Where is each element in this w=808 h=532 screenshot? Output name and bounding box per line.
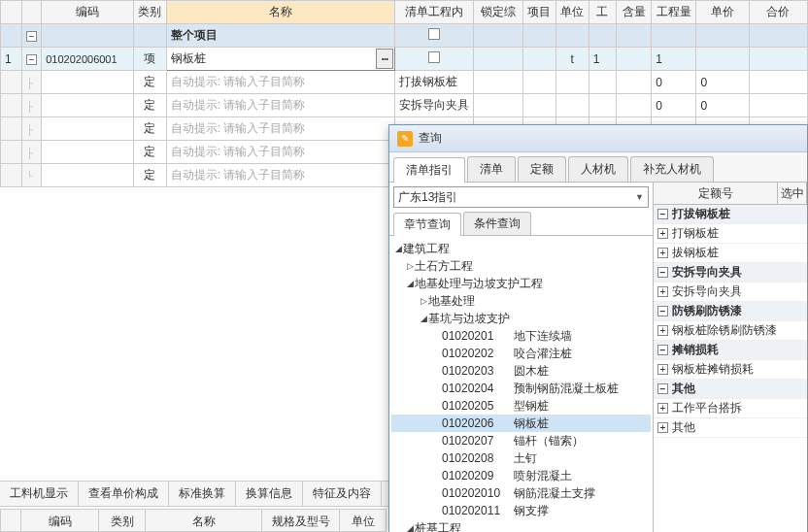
tab-rcj-extra[interactable]: 补充人材机 <box>630 156 714 182</box>
col-quota-no[interactable]: 定额号 <box>654 183 778 204</box>
item-row[interactable]: 1 − 010202006001 项 钢板桩··· t 1 1 <box>1 48 808 71</box>
category-item[interactable]: +拔钢板桩 <box>654 244 807 263</box>
dialog-tabs: 清单指引 清单 定额 人材机 补充人材机 <box>389 152 807 183</box>
category-item[interactable]: +其他 <box>654 418 807 438</box>
category-item[interactable]: +工作平台搭拆 <box>654 399 807 418</box>
col-name[interactable]: 名称 <box>166 1 394 24</box>
minus-icon[interactable]: − <box>657 345 668 355</box>
tree-label: 土石方工程 <box>415 258 473 275</box>
tree-node[interactable]: 01020202咬合灌注桩 <box>391 345 651 362</box>
tree-code: 01020204 <box>442 382 514 395</box>
tree-node[interactable]: 01020204预制钢筋混凝土板桩 <box>391 380 651 397</box>
tab-rcj[interactable]: 人材机 <box>568 156 628 182</box>
collapse-icon[interactable]: − <box>26 54 37 65</box>
tab-list-guide[interactable]: 清单指引 <box>393 157 465 183</box>
collapse-icon[interactable]: − <box>26 31 37 42</box>
category-item[interactable]: +打钢板桩 <box>654 224 807 244</box>
tree-label: 喷射混凝土 <box>514 468 572 484</box>
category-header[interactable]: −安拆导向夹具 <box>654 263 807 283</box>
guide-combo[interactable]: 广东13指引 ▼ <box>393 186 649 208</box>
category-header[interactable]: −防锈刷防锈漆 <box>654 302 807 321</box>
tree-label: 基坑与边坡支护 <box>428 311 510 327</box>
sub-row[interactable]: ├ 定 自动提示: 请输入子目简称 打拔钢板桩 0 0 <box>1 71 808 94</box>
tree-code: 01020208 <box>442 451 514 465</box>
minus-icon[interactable]: − <box>657 209 668 219</box>
tree-code: 01020206 <box>442 416 514 430</box>
dialog-title: 查询 <box>419 130 442 147</box>
dialog-titlebar[interactable]: ✎ 查询 <box>389 125 807 152</box>
tree-label: 地基处理 <box>428 293 475 310</box>
minus-icon[interactable]: − <box>657 306 668 316</box>
col-code[interactable]: 编码 <box>42 1 133 24</box>
checkbox[interactable] <box>428 28 440 40</box>
tab-feature[interactable]: 特征及内容 <box>303 482 382 506</box>
triangle-icon: ◢ <box>405 523 415 532</box>
plus-icon[interactable]: + <box>657 248 668 258</box>
tree-node[interactable]: 010202011钢支撑 <box>391 502 651 519</box>
plus-icon[interactable]: + <box>657 364 668 375</box>
tree-label: 咬合灌注桩 <box>514 346 572 362</box>
tree-node[interactable]: 01020205型钢桩 <box>391 397 651 415</box>
triangle-icon: ◢ <box>419 314 428 323</box>
category-header[interactable]: −打拔钢板桩 <box>654 205 807 224</box>
plus-icon[interactable]: + <box>657 286 668 297</box>
tree-label: 地下连续墙 <box>514 328 572 345</box>
plus-icon[interactable]: + <box>657 228 668 239</box>
tree-node[interactable]: ◢地基处理与边坡支护工程 <box>391 275 651 292</box>
bottom-tabs: 工料机显示 查看单价构成 标准换算 换算信息 特征及内容 <box>0 481 388 507</box>
minus-icon[interactable]: − <box>657 267 668 278</box>
col-cat[interactable]: 类别 <box>133 1 166 24</box>
query-dialog: ✎ 查询 清单指引 清单 定额 人材机 补充人材机 广东13指引 ▼ 章节查询 … <box>388 124 808 532</box>
tree-node[interactable]: 01020206钢板桩 <box>391 415 651 432</box>
checkbox[interactable] <box>428 51 440 63</box>
tree-node[interactable]: 01020207锚杆（锚索） <box>391 432 651 449</box>
tab-material[interactable]: 工料机显示 <box>0 482 79 506</box>
tree-node[interactable]: ▷土石方工程 <box>391 257 651 275</box>
tree-node[interactable]: ◢基坑与边坡支护 <box>391 310 651 327</box>
chevron-down-icon: ▼ <box>635 192 644 202</box>
category-header[interactable]: −摊销损耗 <box>654 341 807 360</box>
tree-node[interactable]: 01020201地下连续墙 <box>391 327 651 345</box>
minus-icon[interactable]: − <box>657 383 668 394</box>
tree-node[interactable]: ◢建筑工程 <box>391 240 651 257</box>
tree-code: 01020202 <box>442 347 514 360</box>
tab-quota[interactable]: 定额 <box>518 156 566 182</box>
tree-node[interactable]: 01020203圆木桩 <box>391 362 651 380</box>
right-pane: 定额号 选中 −打拔钢板桩+打钢板桩+拔钢板桩−安拆导向夹具+安拆导向夹具−防锈… <box>654 183 807 532</box>
category-item[interactable]: +钢板桩摊销损耗 <box>654 360 807 380</box>
tab-chapter[interactable]: 章节查询 <box>393 213 461 236</box>
col-select[interactable]: 选中 <box>778 183 807 204</box>
tree-node[interactable]: 01020209喷射混凝土 <box>391 467 651 484</box>
tree-label: 钢筋混凝土支撑 <box>514 485 595 502</box>
tree-label: 圆木桩 <box>514 363 549 380</box>
tree-code: 01020203 <box>442 364 514 378</box>
tree-node[interactable]: 010202010钢筋混凝土支撑 <box>391 484 651 502</box>
triangle-icon: ▷ <box>419 296 428 306</box>
tab-list[interactable]: 清单 <box>467 156 516 182</box>
tree-code: 010202010 <box>442 486 514 500</box>
tree-node[interactable]: ▷地基处理 <box>391 292 651 310</box>
category-item[interactable]: +安拆导向夹具 <box>654 283 807 302</box>
plus-icon[interactable]: + <box>657 403 668 414</box>
project-row[interactable]: − 整个项目 <box>1 24 808 48</box>
category-item[interactable]: +钢板桩除锈刷防锈漆 <box>654 321 807 341</box>
plus-icon[interactable]: + <box>657 325 668 336</box>
ellipsis-button[interactable]: ··· <box>376 49 393 69</box>
tab-price[interactable]: 查看单价构成 <box>79 482 169 506</box>
triangle-icon: ▷ <box>405 261 415 271</box>
tree-node[interactable]: 01020208土钉 <box>391 449 651 467</box>
tree-label: 锚杆（锚索） <box>514 433 584 449</box>
sub-row[interactable]: ├ 定 自动提示: 请输入子目简称 安拆导向夹具 0 0 <box>1 94 808 117</box>
tree-label: 预制钢筋混凝土板桩 <box>514 381 619 397</box>
tab-convert[interactable]: 标准换算 <box>169 482 236 506</box>
tree-label: 型钢桩 <box>514 398 549 415</box>
tree-node[interactable]: ◢桩基工程 <box>391 519 651 532</box>
category-header[interactable]: −其他 <box>654 380 807 399</box>
tab-convert-info[interactable]: 换算信息 <box>236 482 303 506</box>
triangle-icon: ◢ <box>393 244 403 253</box>
tree-code: 010202011 <box>442 504 514 517</box>
tab-condition[interactable]: 条件查询 <box>463 212 531 235</box>
chapter-tree: ◢建筑工程▷土石方工程◢地基处理与边坡支护工程▷地基处理◢基坑与边坡支护0102… <box>389 236 653 532</box>
plus-icon[interactable]: + <box>657 422 668 433</box>
tree-label: 建筑工程 <box>403 241 450 257</box>
